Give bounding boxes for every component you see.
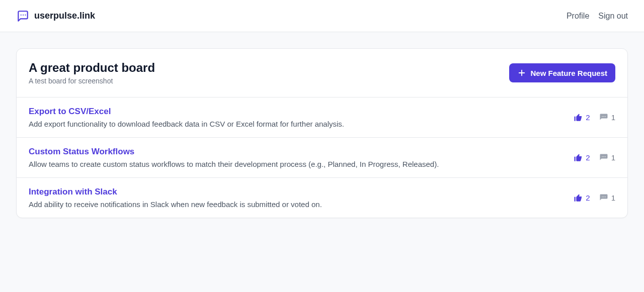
thumbs-up-icon (574, 113, 583, 122)
svg-point-2 (25, 14, 26, 15)
comment-count: 1 (611, 153, 615, 162)
vote-group[interactable]: 2 (574, 113, 590, 122)
svg-point-9 (603, 156, 604, 157)
comment-group[interactable]: 1 (599, 113, 615, 122)
comment-group[interactable]: 1 (599, 193, 615, 203)
vote-count: 2 (586, 193, 590, 202)
svg-point-5 (602, 116, 603, 117)
feature-description: Add ability to receive notifications in … (29, 200, 322, 209)
board-card: A great product board A test board for s… (16, 48, 628, 218)
svg-point-1 (23, 14, 24, 15)
new-feature-button-label: New Feature Request (530, 69, 607, 77)
feature-row: Custom Status Workflows Allow teams to c… (17, 138, 627, 178)
comment-group[interactable]: 1 (599, 153, 615, 162)
plus-icon (517, 68, 526, 77)
brand-name: userpulse.link (34, 11, 95, 21)
svg-point-10 (605, 156, 606, 157)
nav-signout[interactable]: Sign out (598, 12, 628, 21)
vote-count: 2 (586, 153, 590, 162)
feature-meta: 2 1 (574, 193, 615, 203)
thumbs-up-icon (574, 153, 583, 162)
svg-point-0 (21, 14, 22, 15)
comment-count: 1 (611, 193, 615, 202)
thumbs-up-icon (574, 193, 583, 203)
logo-icon (16, 10, 29, 23)
comment-count: 1 (611, 113, 615, 122)
feature-text: Integration with Slack Add ability to re… (29, 187, 322, 209)
feature-text: Export to CSV/Excel Add export functiona… (29, 107, 344, 128)
board-description: A test board for screenshot (29, 77, 155, 85)
new-feature-button[interactable]: New Feature Request (509, 63, 615, 82)
nav-profile[interactable]: Profile (567, 12, 589, 21)
feature-text: Custom Status Workflows Allow teams to c… (29, 147, 439, 168)
app-header: userpulse.link Profile Sign out (0, 0, 644, 32)
feature-meta: 2 1 (574, 153, 615, 162)
board-heading-group: A great product board A test board for s… (29, 61, 155, 85)
feature-meta: 2 1 (574, 113, 615, 122)
vote-group[interactable]: 2 (574, 153, 590, 162)
main-content: A great product board A test board for s… (0, 32, 644, 234)
feature-row: Integration with Slack Add ability to re… (17, 178, 627, 218)
board-header: A great product board A test board for s… (17, 49, 627, 98)
comment-icon (599, 113, 608, 122)
svg-point-13 (605, 197, 606, 198)
svg-point-11 (602, 197, 603, 198)
feature-title-link[interactable]: Custom Status Workflows (29, 147, 134, 156)
feature-description: Add export functionality to download fee… (29, 120, 344, 128)
svg-point-7 (605, 116, 606, 117)
top-nav: Profile Sign out (567, 12, 628, 21)
feature-title-link[interactable]: Integration with Slack (29, 187, 117, 197)
svg-point-8 (602, 156, 603, 157)
vote-group[interactable]: 2 (574, 193, 590, 203)
board-title: A great product board (29, 61, 155, 75)
brand[interactable]: userpulse.link (16, 10, 95, 23)
svg-point-12 (603, 197, 604, 198)
feature-title-link[interactable]: Export to CSV/Excel (29, 107, 111, 116)
svg-point-6 (603, 116, 604, 117)
feature-row: Export to CSV/Excel Add export functiona… (17, 98, 627, 138)
comment-icon (599, 193, 608, 203)
comment-icon (599, 153, 608, 162)
vote-count: 2 (586, 113, 590, 122)
feature-description: Allow teams to create custom status work… (29, 160, 439, 168)
